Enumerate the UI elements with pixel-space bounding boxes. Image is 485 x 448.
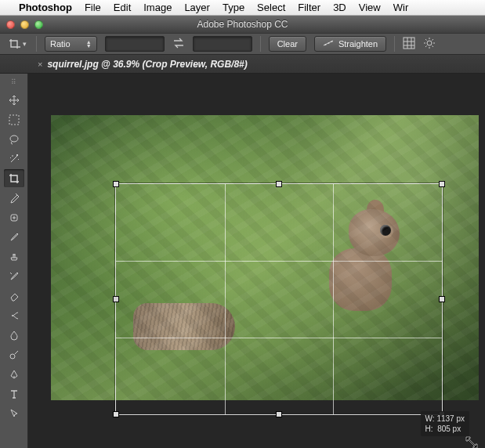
options-bar: ▾ Ratio ▲▼ Clear Straighten [0, 33, 485, 55]
crop-handle-top-left[interactable] [113, 181, 119, 187]
svg-point-1 [427, 41, 432, 45]
path-selection-tool[interactable] [4, 404, 24, 422]
crop-grid-line [225, 184, 226, 414]
crop-grid-line [116, 338, 442, 338]
os-menubar: Photoshop File Edit Image Layer Type Sel… [0, 0, 485, 16]
magic-wand-tool[interactable] [4, 150, 24, 168]
crop-grid-line [333, 184, 334, 414]
svg-rect-0 [404, 38, 414, 49]
work-area: ⠿ [0, 74, 485, 448]
swap-dimensions-icon[interactable] [172, 38, 185, 50]
app-name[interactable]: Photoshop [19, 2, 72, 13]
menu-type[interactable]: Type [223, 2, 244, 13]
crop-ratio-dropdown[interactable]: Ratio ▲▼ [45, 36, 97, 52]
crop-dimensions-tooltip: W: 1137 px H: 805 px [421, 411, 469, 436]
eyedropper-tool[interactable] [4, 189, 24, 207]
brush-tool[interactable] [4, 228, 24, 246]
crop-height-input[interactable] [193, 36, 252, 52]
lasso-tool[interactable] [4, 130, 24, 148]
toolbox: ⠿ [0, 74, 28, 448]
crop-ratio-label: Ratio [50, 39, 71, 49]
squirrel [306, 178, 415, 295]
crop-bounding-box[interactable]: W: 1137 px H: 805 px [115, 183, 443, 415]
dropdown-arrows-icon: ▲▼ [86, 40, 92, 48]
menu-image[interactable]: Image [143, 2, 172, 13]
menu-layer[interactable]: Layer [184, 2, 210, 13]
eraser-tool[interactable] [4, 287, 24, 305]
menu-filter[interactable]: Filter [298, 2, 320, 13]
close-window-button[interactable] [6, 20, 15, 29]
healing-brush-tool[interactable] [4, 208, 24, 226]
menu-window-cut[interactable]: Wir [393, 2, 409, 13]
blur-tool[interactable] [4, 326, 24, 344]
document-image[interactable]: W: 1137 px H: 805 px [51, 115, 479, 400]
menu-file[interactable]: File [85, 2, 101, 13]
squirrel-tail [133, 303, 235, 350]
crop-handle-left[interactable] [113, 296, 119, 302]
crop-overlay-options-icon[interactable] [403, 37, 415, 51]
crop-tool-preset-icon[interactable]: ▾ [6, 36, 28, 52]
clone-stamp-tool[interactable] [4, 247, 24, 266]
gradient-tool[interactable] [4, 306, 24, 324]
window-title: Adobe Photoshop CC [197, 19, 288, 30]
crop-settings-gear-icon[interactable] [423, 37, 436, 51]
crop-tool[interactable] [4, 169, 24, 187]
menu-select[interactable]: Select [257, 2, 285, 13]
zoom-window-button[interactable] [34, 20, 43, 29]
toolbox-grip-icon[interactable]: ⠿ [11, 78, 17, 86]
history-brush-tool[interactable] [4, 267, 24, 285]
move-tool[interactable] [4, 91, 24, 109]
crop-handle-right[interactable] [439, 296, 445, 302]
crop-handle-bottom-left[interactable] [113, 411, 119, 417]
document-tab-bar: × squirrel.jpg @ 36.9% (Crop Preview, RG… [0, 55, 485, 74]
resize-cursor-icon [465, 435, 479, 448]
menu-view[interactable]: View [359, 2, 381, 13]
pen-tool[interactable] [4, 365, 24, 383]
window-title-bar: Adobe Photoshop CC [0, 16, 485, 33]
crop-handle-bottom[interactable] [276, 411, 282, 417]
svg-point-4 [10, 354, 15, 359]
straighten-button[interactable]: Straighten [314, 36, 386, 52]
minimize-window-button[interactable] [20, 20, 29, 29]
crop-width-input[interactable] [105, 36, 165, 52]
crop-grid-line [116, 261, 442, 262]
type-tool[interactable] [4, 385, 24, 403]
marquee-tool[interactable] [4, 110, 24, 128]
crop-handle-top[interactable] [276, 181, 282, 187]
traffic-lights [6, 20, 43, 29]
clear-button[interactable]: Clear [269, 36, 306, 52]
canvas-area[interactable]: W: 1137 px H: 805 px [28, 74, 485, 448]
svg-rect-2 [9, 115, 19, 125]
dodge-tool[interactable] [4, 345, 24, 363]
close-tab-icon[interactable]: × [38, 60, 42, 69]
crop-handle-top-right[interactable] [439, 181, 445, 187]
menu-3d[interactable]: 3D [333, 2, 346, 13]
straighten-icon [323, 39, 334, 49]
menu-edit[interactable]: Edit [114, 2, 131, 13]
document-tab[interactable]: squirrel.jpg @ 36.9% (Crop Preview, RGB/… [47, 59, 247, 70]
